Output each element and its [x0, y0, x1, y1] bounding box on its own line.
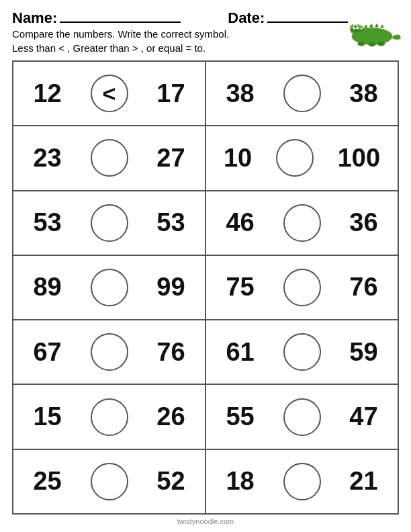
left-number: 89	[33, 273, 61, 302]
instruction-line2: Less than < , Greater than > , or equal …	[12, 41, 348, 55]
right-number: 53	[156, 208, 185, 237]
right-number: 47	[349, 402, 377, 431]
svg-point-3	[355, 26, 357, 27]
problem-cell: 6776	[13, 320, 205, 384]
left-number: 12	[33, 79, 61, 108]
left-number: 10	[224, 144, 252, 173]
left-number: 55	[226, 402, 254, 431]
svg-rect-6	[361, 28, 362, 30]
right-number: 76	[156, 338, 185, 367]
svg-marker-8	[369, 24, 373, 28]
right-number: 21	[349, 467, 377, 496]
right-number: 27	[156, 144, 185, 173]
svg-point-15	[353, 24, 354, 26]
footer-text: twistynoodle.com	[12, 515, 399, 525]
name-label: Name:	[12, 9, 57, 27]
symbol-circle[interactable]	[91, 269, 128, 306]
svg-marker-10	[380, 24, 384, 28]
right-number: 100	[338, 144, 380, 173]
left-number: 75	[226, 273, 254, 302]
problem-cell: 3838	[205, 61, 398, 126]
svg-marker-9	[375, 24, 379, 28]
symbol-circle[interactable]	[91, 333, 128, 371]
right-number: 59	[349, 338, 377, 367]
right-number: 76	[349, 273, 377, 302]
problem-cell: 8999	[13, 255, 205, 320]
left-number: 38	[226, 79, 254, 108]
symbol-content: <	[103, 82, 116, 105]
svg-rect-5	[357, 27, 359, 29]
problem-cell: 1526	[13, 384, 205, 449]
left-number: 23	[33, 144, 61, 173]
problem-cell: 12<17	[13, 61, 205, 126]
svg-rect-4	[353, 27, 355, 29]
svg-marker-7	[364, 24, 368, 28]
symbol-circle[interactable]	[91, 398, 128, 436]
right-number: 26	[156, 402, 185, 431]
left-number: 61	[226, 338, 254, 367]
problem-cell: 7576	[205, 255, 398, 320]
alligator-image	[348, 9, 402, 50]
problems-grid: 12<1738382327101005353463689997576677661…	[12, 60, 399, 515]
symbol-circle[interactable]	[283, 398, 321, 436]
svg-point-14	[351, 25, 352, 26]
symbol-circle[interactable]	[283, 204, 321, 242]
left-number: 15	[33, 402, 61, 431]
symbol-circle[interactable]	[91, 204, 128, 242]
problem-cell: 1821	[205, 449, 398, 514]
instruction-line1: Compare the numbers. Write the correct s…	[12, 27, 348, 41]
symbol-circle[interactable]	[91, 463, 128, 500]
problem-cell: 2327	[13, 126, 205, 190]
left-number: 67	[33, 338, 61, 367]
right-number: 36	[349, 208, 377, 237]
symbol-circle[interactable]	[276, 139, 314, 177]
right-number: 38	[349, 79, 377, 108]
right-number: 17	[156, 79, 185, 108]
symbol-circle[interactable]	[91, 139, 128, 177]
svg-point-11	[358, 42, 365, 46]
problem-cell: 5547	[205, 384, 398, 449]
problem-cell: 6159	[205, 320, 398, 384]
svg-point-13	[377, 42, 385, 46]
right-number: 99	[156, 273, 185, 302]
left-number: 53	[33, 208, 61, 237]
problem-cell: 5353	[13, 191, 205, 255]
problem-cell: 4636	[205, 191, 398, 255]
symbol-circle[interactable]	[283, 75, 321, 112]
left-number: 18	[226, 467, 254, 496]
symbol-circle[interactable]	[283, 333, 321, 371]
problem-cell: 2552	[13, 449, 205, 514]
date-label: Date:	[228, 9, 265, 27]
symbol-circle[interactable]	[283, 269, 321, 306]
problem-cell: 10100	[205, 126, 398, 190]
right-number: 52	[156, 467, 185, 496]
left-number: 25	[33, 467, 61, 496]
symbol-circle[interactable]: <	[91, 75, 128, 112]
svg-point-12	[369, 42, 376, 46]
symbol-circle[interactable]	[283, 463, 321, 500]
left-number: 46	[226, 208, 254, 237]
